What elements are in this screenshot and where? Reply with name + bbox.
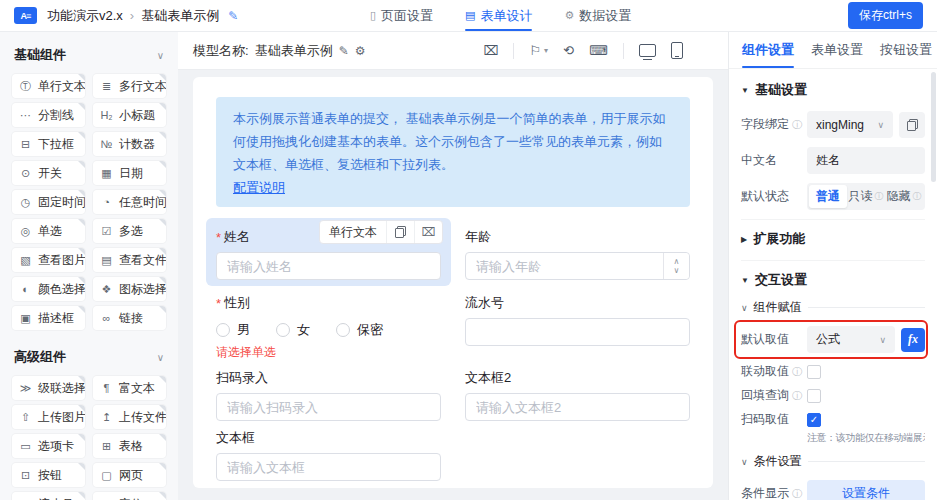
component-item[interactable]: №计数器 (93, 132, 166, 156)
name-input[interactable] (216, 252, 441, 280)
edit-title-icon[interactable]: ✎ (228, 9, 238, 23)
linkage-checkbox[interactable] (807, 365, 821, 379)
component-item[interactable]: H₂小标题 (93, 103, 166, 127)
scan-input[interactable] (216, 393, 441, 421)
radio-icon[interactable] (336, 323, 350, 337)
gender-radio-option[interactable]: 保密 (336, 321, 383, 339)
component-item[interactable]: ▦日期 (93, 161, 166, 185)
component-icon: ∞ (100, 312, 113, 324)
component-item[interactable]: ⊙开关 (12, 161, 85, 185)
state-normal[interactable]: 普通 (809, 185, 847, 208)
set-show-condition-button[interactable]: 设置条件 (807, 480, 925, 500)
collapse-chevron-icon[interactable]: ∨ (157, 50, 164, 61)
tab-form-design[interactable]: ▤ 表单设计 (465, 0, 532, 31)
app-logo[interactable]: A≡ (14, 7, 37, 24)
component-item[interactable]: ≫级联选择 (12, 376, 85, 400)
component-item[interactable]: ◎单选 (12, 219, 85, 243)
textbox-input[interactable] (216, 453, 441, 481)
component-label: 网页 (119, 467, 143, 484)
tab-component-settings[interactable]: 组件设置 (742, 32, 794, 68)
component-icon: ↥ (100, 411, 113, 424)
component-item[interactable]: ⇧上传图片 (12, 405, 85, 429)
subsection-condition-settings[interactable]: ∨ 条件设置 (741, 453, 925, 470)
backfill-checkbox[interactable] (807, 389, 821, 403)
tab-data-settings[interactable]: ⚙ 数据设置 (564, 0, 631, 31)
section-extend-functions[interactable]: ▶ 扩展功能 (741, 219, 925, 258)
scan-checkbox[interactable]: ✓ (807, 413, 821, 427)
tab-button-settings[interactable]: 按钮设置 (880, 32, 932, 68)
state-hidden[interactable]: 隐藏 ⓘ (885, 185, 923, 208)
component-item[interactable]: ↥上传文件 (93, 405, 166, 429)
desktop-preview-icon[interactable] (639, 44, 656, 57)
config-doc-link[interactable]: 配置说明 (233, 176, 285, 199)
delete-component-icon[interactable]: ⌧ (414, 221, 442, 243)
selected-field-name[interactable]: 单行文本 ⌧ * 姓名 (206, 218, 451, 286)
component-item[interactable]: ⊕定位 (93, 492, 166, 500)
section-basic-settings[interactable]: ▼ 基础设置 (741, 81, 925, 99)
component-item[interactable]: ◐颜色选择 (12, 277, 85, 301)
gender-radio-option[interactable]: 男 (216, 321, 250, 339)
info-icon: ⓘ (792, 365, 802, 379)
component-item[interactable]: ▭选项卡 (12, 434, 85, 458)
canvas-toolbar: 模型名称: 基础表单示例 ✎ ⚙ ⌧ ⚐ ▾ ⟲ ⌨ (178, 32, 728, 70)
field-binding-select[interactable]: xingMing ∨ (807, 111, 893, 138)
edit-model-icon[interactable]: ✎ (339, 44, 349, 58)
component-item[interactable]: ◷固定时间 (12, 190, 85, 214)
serial-input[interactable] (465, 318, 690, 346)
component-item[interactable]: ≣多行文本 (93, 74, 166, 98)
component-icon: ❖ (100, 283, 113, 296)
component-item[interactable]: ⊡按钮 (12, 463, 85, 487)
component-item[interactable]: Ⓣ单行文本 (12, 74, 85, 98)
component-item[interactable]: ▢网页 (93, 463, 166, 487)
cn-name-input[interactable]: 姓名 (807, 147, 925, 174)
component-icon: ▣ (19, 312, 32, 325)
component-item[interactable]: ◔任意时间 (93, 190, 166, 214)
component-item[interactable]: ⋯分割线 (12, 103, 85, 127)
form-description-text: 本示例展示普通表单的提交， 基础表单示例是一个简单的表单，用于展示如何使用拖拽化… (233, 107, 673, 176)
component-icon: ⋯ (19, 109, 32, 122)
tab-page-settings[interactable]: ▯ 页面设置 (370, 0, 433, 31)
breadcrumb-project[interactable]: 功能演示v2.x (47, 7, 123, 25)
component-icon: ☑ (100, 225, 113, 238)
refresh-icon[interactable]: ⟲ (563, 43, 574, 58)
breadcrumb-separator: › (130, 8, 134, 23)
clear-canvas-icon[interactable]: ⌧ (483, 43, 498, 58)
gender-radio-option[interactable]: 女 (276, 321, 310, 339)
component-icon: ◷ (19, 196, 32, 209)
section-interaction-settings[interactable]: ▼ 交互设置 (741, 260, 925, 297)
save-button[interactable]: 保存ctrl+s (848, 2, 923, 29)
component-item[interactable]: ⊟下拉框 (12, 132, 85, 156)
component-item[interactable]: ⊞表格 (93, 434, 166, 458)
component-item[interactable]: #流水号 (12, 492, 85, 500)
formula-fx-button[interactable]: fx (901, 328, 925, 352)
radio-icon[interactable] (216, 323, 230, 337)
copy-binding-button[interactable] (899, 112, 925, 138)
textbox2-input[interactable] (465, 393, 690, 421)
panel-scrollbar[interactable] (931, 72, 936, 496)
theme-style-icon[interactable]: ⚐ ▾ (529, 43, 548, 58)
model-settings-icon[interactable]: ⚙ (355, 44, 366, 58)
subsection-component-assignment[interactable]: ∨ 组件赋值 (741, 299, 925, 316)
default-value-select[interactable]: 公式 ∨ (807, 326, 895, 353)
mobile-preview-icon[interactable] (671, 42, 683, 59)
component-item[interactable]: ☑多选 (93, 219, 166, 243)
spinner-down-icon[interactable]: ∨ (674, 266, 680, 275)
component-item[interactable]: ∞链接 (93, 306, 166, 330)
component-item[interactable]: ▣描述框 (12, 306, 85, 330)
spinner-up-icon[interactable]: ∧ (674, 257, 680, 266)
copy-component-icon[interactable] (386, 221, 414, 243)
component-icon: ⊟ (19, 138, 32, 151)
tab-form-settings[interactable]: 表单设置 (811, 32, 863, 68)
advanced-components-grid: ≫级联选择¶富文本⇧上传图片↥上传文件▭选项卡⊞表格⊡按钮▢网页#流水号⊕定位 (12, 376, 166, 500)
component-item[interactable]: ¶富文本 (93, 376, 166, 400)
radio-icon[interactable] (276, 323, 290, 337)
component-item[interactable]: ▤查看文件 (93, 248, 166, 272)
state-readonly[interactable]: 只读 ⓘ (847, 185, 885, 208)
shortcut-keyboard-icon[interactable]: ⌨ (589, 43, 608, 58)
scrollbar-thumb[interactable] (931, 72, 936, 182)
component-item[interactable]: ▧查看图片 (12, 248, 85, 272)
collapse-chevron-icon[interactable]: ∨ (157, 352, 164, 363)
number-spinner[interactable]: ∧ ∨ (663, 253, 689, 279)
component-item[interactable]: ❖图标选择 (93, 277, 166, 301)
age-input[interactable] (465, 252, 690, 280)
